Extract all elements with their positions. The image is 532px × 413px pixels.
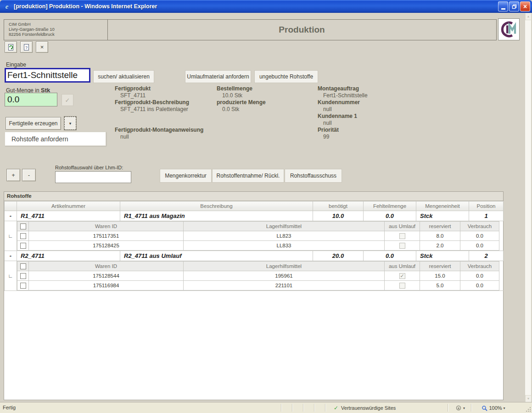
select-all-cell	[17, 222, 29, 231]
bestellmenge-label: Bestellmenge	[217, 85, 313, 92]
fertigteile-erzeugen-button[interactable]: Fertigteile erzeugen	[6, 117, 61, 130]
row-checkbox[interactable]	[20, 233, 26, 239]
group-row-r1: - R1_4711 R1_4711 aus Magazin 10.0 0.0 S…	[5, 211, 504, 221]
svg-text:?: ?	[25, 45, 27, 50]
internet-explorer-icon: e	[3, 2, 11, 11]
close-form-icon: ×	[40, 44, 44, 50]
fertigprodukt-beschreibung-label: Fertigprodukt-Beschreibung	[115, 99, 216, 106]
lhm-id-input[interactable]	[55, 171, 131, 183]
confirm-button[interactable]: ✓	[62, 94, 73, 106]
group-mengeneinheit: Stck	[416, 211, 469, 221]
montageanweisung-label: Fertigprodukt-Montageanweisung	[115, 127, 216, 134]
window-controls: ×	[498, 1, 530, 11]
zoom-level: 100%	[489, 405, 502, 411]
vertical-scrollbar[interactable]: ▲ ▼	[525, 13, 531, 402]
select-all-cell	[17, 262, 29, 271]
montageauftrag-value: Fert1-Schnittstelle	[318, 92, 432, 99]
close-form-button[interactable]: ×	[36, 41, 48, 53]
row-checkbox[interactable]	[20, 243, 26, 249]
kundenname-value: null	[318, 120, 432, 127]
help-button[interactable]: ?	[20, 41, 33, 53]
company-street: Livry-Gargan-Straße 10	[9, 27, 107, 32]
row-checkbox[interactable]	[20, 273, 26, 279]
table-row: 175128425 LL833 2.0 0.0	[17, 241, 499, 251]
waren-header-row: Waren ID Lagerhilfsmittel aus Umlauf res…	[17, 262, 499, 271]
col-aus-umlauf: aus Umlauf	[385, 262, 420, 271]
security-zone-icon	[456, 405, 462, 411]
group-beschreibung: R2_4711 aus Umlauf	[120, 251, 313, 261]
col-beschreibung: Beschreibung	[120, 201, 313, 211]
status-divider	[303, 404, 303, 412]
suchen-aktualisieren-button[interactable]: suchen/ aktualisieren	[93, 70, 154, 83]
chevron-down-icon: ▾	[69, 121, 72, 126]
branch-indicator: ∟	[5, 261, 17, 291]
status-bar: Fertig ✓ Vertrauenswürdige Sites ▾ 100% …	[0, 402, 532, 413]
col-reserviert: reserviert	[420, 262, 460, 271]
scroll-up-icon: ▲	[527, 15, 530, 18]
rohstoffausschuss-button[interactable]: Rohstoffausschuss	[285, 169, 342, 183]
eingabe-input[interactable]	[5, 68, 90, 83]
close-button[interactable]: ×	[520, 1, 530, 11]
montageanweisung-value: null	[115, 134, 216, 140]
row-checkbox[interactable]	[20, 283, 26, 289]
rohstoffentnahme-button[interactable]: Rohstoffentnahme/ Rückl.	[212, 169, 284, 183]
umlaufmaterial-anfordern-button[interactable]: Umlaufmaterial anfordern	[185, 70, 251, 83]
col-waren-id: Waren ID	[29, 222, 184, 231]
col-fehlteilmenge: Fehlteilmenge	[364, 201, 416, 211]
kundennummer-label: Kundennummer	[318, 99, 432, 106]
rohstoffe-header-row: Artikelnummer Beschreibung benötigt Fehl…	[5, 201, 504, 211]
col-lagerhilfsmittel: Lagerhilfsmittel	[184, 222, 385, 231]
mengenkorrektur-button[interactable]: Mengenkorrektur	[160, 169, 212, 183]
fertigteile-dropdown-button[interactable]: ▾	[64, 116, 77, 130]
eingabe-label: Eingabe	[6, 61, 26, 68]
magnifier-icon	[482, 405, 487, 411]
fertigprodukt-value: SFT_4711	[115, 92, 216, 99]
company-city: 82256 Fürstenfeldbruck	[9, 32, 107, 37]
collapse-toggle-r1[interactable]: -	[5, 211, 17, 221]
page-header: Produktion	[107, 19, 497, 40]
company-address: CIM GmbH Livry-Gargan-Straße 10 82256 Fü…	[4, 19, 108, 40]
restore-button[interactable]	[509, 1, 519, 11]
scroll-down-button[interactable]: ▼	[525, 395, 532, 402]
chevron-down-icon: ▾	[504, 406, 505, 410]
group-artikelnummer: R2_4711	[17, 251, 120, 261]
minimize-button[interactable]	[498, 1, 508, 11]
gutmenge-input[interactable]	[5, 93, 57, 106]
col-verbrauch: Verbrauch	[460, 222, 499, 231]
collapse-all-button[interactable]: -	[22, 169, 36, 181]
status-divider	[325, 404, 325, 412]
security-zone-button[interactable]: ▾	[451, 404, 470, 412]
select-all-checkbox[interactable]	[20, 223, 26, 229]
expand-all-button[interactable]: +	[6, 169, 20, 181]
table-row: 175128544 195961 ✓ 15.0 0.0	[17, 271, 499, 281]
group-benoetigt: 20.0	[313, 251, 364, 261]
fertigprodukt-beschreibung-value: SFT_4711 ins Palettenlager	[115, 106, 216, 113]
subtable-row-r2: ∟ Waren ID Lagerhilfsmittel aus Umlauf r…	[5, 261, 504, 291]
col-expand	[5, 201, 17, 211]
scroll-up-button[interactable]: ▲	[525, 13, 532, 20]
status-text: Fertig	[3, 405, 16, 410]
minimize-icon	[501, 8, 505, 10]
col-reserviert: reserviert	[420, 222, 460, 231]
lagerhilfsmittel-cell: LL823	[184, 231, 385, 241]
branch-indicator: ∟	[5, 221, 17, 251]
refresh-page-icon	[8, 44, 14, 51]
status-divider	[314, 404, 314, 412]
select-all-checkbox[interactable]	[20, 263, 26, 269]
col-benoetigt: benötigt	[313, 201, 364, 211]
group-fehlteilmenge: 0.0	[364, 251, 416, 261]
produzierte-menge-label: produzierte Menge	[217, 99, 313, 106]
aus-umlauf-checkbox	[399, 283, 405, 289]
table-row: 175117351 LL823 8.0 0.0	[17, 231, 499, 241]
zoom-control-button[interactable]: 100% ▾	[474, 404, 513, 412]
resize-grip[interactable]	[525, 406, 531, 412]
col-aus-umlauf: aus Umlauf	[385, 222, 420, 231]
group-beschreibung: R1_4711 aus Magazin	[120, 211, 313, 221]
waren-table-r2: Waren ID Lagerhilfsmittel aus Umlauf res…	[17, 261, 499, 290]
menu-item-rohstoffe-anfordern[interactable]: Rohstoffe anfordern	[5, 135, 68, 143]
group-position: 1	[469, 211, 504, 221]
collapse-toggle-r2[interactable]: -	[5, 251, 17, 261]
ungebuchte-rohstoffe-button[interactable]: ungebuchte Rohstoffe	[254, 70, 318, 83]
status-divider	[292, 404, 292, 412]
refresh-page-button[interactable]	[5, 41, 17, 53]
